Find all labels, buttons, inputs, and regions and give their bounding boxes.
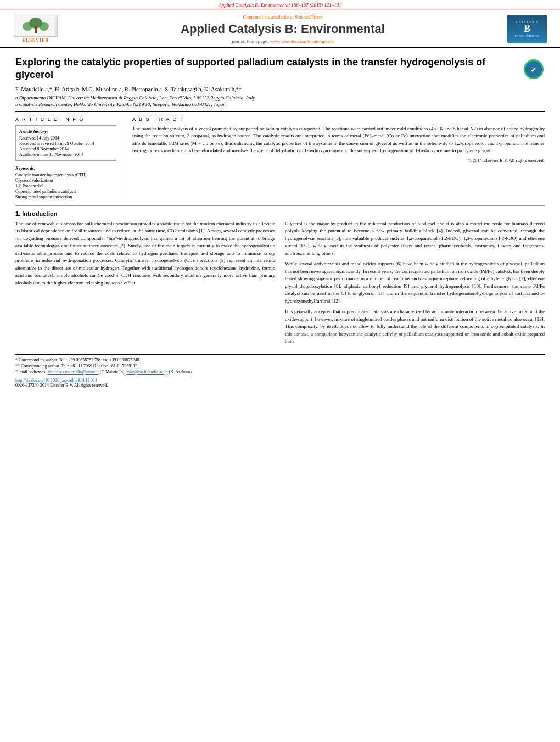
kw2: Glycerol valorization [15, 178, 116, 183]
contents-label: Contents lists available at [243, 14, 294, 20]
svg-rect-4 [35, 26, 37, 33]
introduction-section: 1. Introduction The use of renewable bio… [15, 205, 545, 349]
elsevier-logo-image [14, 15, 58, 37]
email1-link[interactable]: francesca.mauriello@unirc.it [48, 370, 99, 375]
email-sep2: (K. Asakura). [169, 370, 193, 375]
main-content: Exploring the catalytic properties of su… [0, 48, 560, 393]
abstract-col: A B S T R A C T The transfer hydrogenoly… [132, 116, 545, 200]
catalysis-logo-box: CATALYSIS B ENVIRONMENTAL [507, 15, 547, 43]
kw4: Coprecipitated palladium catalysts [15, 189, 116, 194]
copyright: © 2014 Elsevier B.V. All rights reserved… [132, 157, 545, 164]
catalysis-logo: CATALYSIS B ENVIRONMENTAL [505, 14, 549, 44]
footnote1: * Corresponding author. Tel.: +39 096587… [15, 358, 545, 362]
authors: F. Mauriello a,*, H. Ariga b, M.G. Musol… [15, 86, 545, 92]
intro-left-col: The use of renewable biomass for bulk ch… [15, 220, 275, 349]
cat-b-label: B [524, 24, 530, 34]
affiliation-b: b Catalysis Research Center, Hokkaido Un… [15, 102, 545, 107]
cat-sub: ENVIRONMENTAL [514, 35, 539, 37]
email-line: E-mail addresses: francesca.mauriello@un… [15, 370, 545, 375]
email2-link[interactable]: askr@cat.hokudai.ac.jp [126, 370, 167, 375]
journal-title: Applied Catalysis B: Environmental [60, 22, 505, 36]
intro-right-para1: Glycerol is the major by-product in the … [285, 220, 545, 258]
abstract-para: The transfer hydrogenolysis of glycerol … [132, 125, 545, 155]
intro-right-para3: It is generally accepted that coprecipit… [285, 308, 545, 345]
kw3: 1,2-Propanediol [15, 183, 116, 188]
sciencedirect-link[interactable]: Contents lists available at ScienceDirec… [60, 14, 505, 20]
article-info-col: A R T I C L E I N F O Article history: R… [15, 116, 122, 200]
keywords-title: Keywords: [15, 165, 116, 171]
email-label: E-mail addresses: [15, 370, 47, 375]
kw1: Catalytic transfer hydrogenolysis (CTH) [15, 172, 116, 177]
accepted-date: Accepted 8 November 2014 [19, 147, 113, 152]
affiliations: a Dipartimento DICEAM, Università Medite… [15, 95, 545, 107]
elsevier-logo: ELSEVIER [11, 14, 60, 44]
issn-text: 0926-3373/© 2014 Elsevier B.V. All right… [15, 383, 108, 388]
abstract-text: The transfer hydrogenolysis of glycerol … [132, 125, 545, 164]
affiliation-a: a Dipartimento DICEAM, Università Medite… [15, 95, 545, 101]
introduction-title: 1. Introduction [15, 210, 545, 217]
journal-volume-info: Applied Catalysis B: Environmental 166–1… [0, 0, 560, 9]
journal-center: Contents lists available at ScienceDirec… [60, 14, 505, 44]
crossmark-logo: ✓ [523, 58, 545, 80]
intro-right-text: Glycerol is the major by-product in the … [285, 220, 545, 345]
keywords-section: Keywords: Catalytic transfer hydrogenoly… [15, 165, 116, 199]
revised-date: Received in revised form 29 October 2014 [19, 141, 113, 146]
kw5: Strong metal support interaction [15, 194, 116, 199]
journal-header: ELSEVIER Contents lists available at Sci… [0, 9, 560, 48]
doi-url[interactable]: http://dx.doi.org/10.1016/j.apcatb.2014.… [15, 378, 97, 383]
article-info-abstract: A R T I C L E I N F O Article history: R… [15, 111, 545, 200]
history-title: Article history: [19, 129, 113, 134]
received-date: Received 14 July 2014 [19, 136, 113, 141]
article-info-header: A R T I C L E I N F O [15, 116, 116, 122]
elsevier-text-label: ELSEVIER [23, 38, 49, 43]
journal-homepage: journal homepage: www.elsevier.com/locat… [60, 38, 505, 44]
volume-text: Applied Catalysis B: Environmental 166–1… [219, 2, 341, 8]
intro-right-para2: While several active metals and metal ox… [285, 260, 545, 305]
article-title: Exploring the catalytic properties of su… [15, 56, 517, 82]
footnote2: ** Corresponding author. Tel.: +81 11 70… [15, 364, 545, 369]
doi-section: http://dx.doi.org/10.1016/j.apcatb.2014.… [15, 378, 545, 388]
sciencedirect-label: ScienceDirect [295, 14, 322, 20]
intro-left-text: The use of renewable biomass for bulk ch… [15, 220, 275, 287]
page: Applied Catalysis B: Environmental 166–1… [0, 0, 560, 742]
intro-left-para1: The use of renewable biomass for bulk ch… [15, 220, 275, 287]
article-history-box: Article history: Received 14 July 2014 R… [15, 125, 116, 161]
footnotes: * Corresponding author. Tel.: +39 096587… [15, 354, 545, 375]
crossmark-circle: ✓ [524, 59, 544, 79]
svg-text:✓: ✓ [530, 65, 537, 74]
intro-right-col: Glycerol is the major by-product in the … [285, 220, 545, 349]
authors-text: F. Mauriello a,*, H. Ariga b, M.G. Musol… [15, 86, 242, 92]
abstract-header: A B S T R A C T [132, 116, 545, 122]
svg-point-3 [39, 22, 49, 31]
email-sep1: (F. Mauriello), [100, 370, 126, 375]
introduction-columns: The use of renewable biomass for bulk ch… [15, 220, 545, 349]
available-online: Available online 15 November 2014 [19, 152, 113, 157]
homepage-label: journal homepage: [232, 38, 268, 44]
svg-point-2 [23, 22, 32, 31]
article-title-section: Exploring the catalytic properties of su… [15, 56, 545, 82]
homepage-url[interactable]: www.elsevier.com/locate/apcatb [270, 38, 334, 44]
